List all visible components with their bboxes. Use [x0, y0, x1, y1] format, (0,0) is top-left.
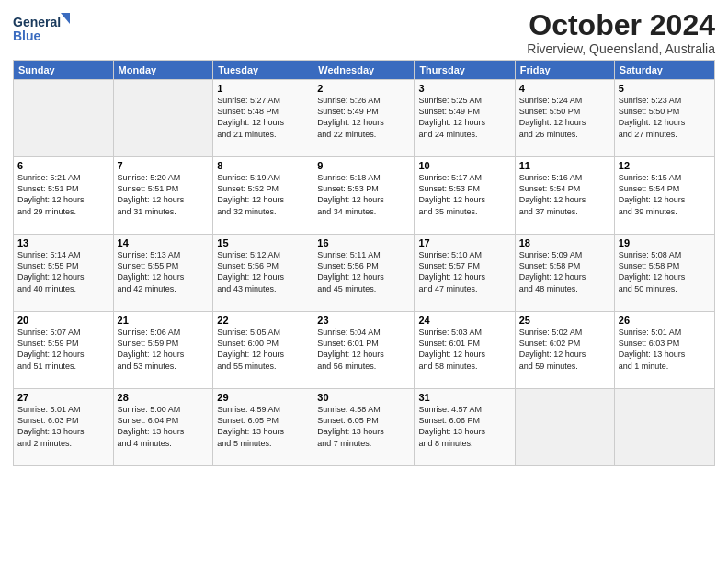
- calendar-week-2: 6Sunrise: 5:21 AM Sunset: 5:51 PM Daylig…: [14, 157, 715, 235]
- day-info: Sunrise: 5:11 AM Sunset: 5:56 PM Dayligh…: [317, 249, 410, 294]
- weekday-header-monday: Monday: [113, 61, 213, 80]
- day-number: 20: [17, 315, 109, 326]
- weekday-header-thursday: Thursday: [415, 61, 515, 80]
- calendar-cell: 16Sunrise: 5:11 AM Sunset: 5:56 PM Dayli…: [313, 235, 415, 312]
- day-info: Sunrise: 5:23 AM Sunset: 5:50 PM Dayligh…: [619, 95, 711, 140]
- day-info: Sunrise: 5:21 AM Sunset: 5:51 PM Dayligh…: [17, 172, 109, 217]
- day-info: Sunrise: 5:07 AM Sunset: 5:59 PM Dayligh…: [17, 327, 109, 372]
- day-number: 28: [118, 392, 210, 403]
- calendar-cell: 30Sunrise: 4:58 AM Sunset: 6:05 PM Dayli…: [313, 389, 415, 466]
- calendar-cell: 6Sunrise: 5:21 AM Sunset: 5:51 PM Daylig…: [14, 157, 114, 235]
- calendar-cell: 12Sunrise: 5:15 AM Sunset: 5:54 PM Dayli…: [614, 157, 714, 235]
- day-number: 23: [317, 315, 410, 326]
- calendar-cell: 14Sunrise: 5:13 AM Sunset: 5:55 PM Dayli…: [113, 235, 213, 312]
- calendar-cell: [14, 80, 114, 157]
- day-number: 24: [418, 315, 510, 326]
- day-info: Sunrise: 5:13 AM Sunset: 5:55 PM Dayligh…: [118, 249, 210, 294]
- weekday-header-saturday: Saturday: [614, 61, 714, 80]
- svg-marker-2: [61, 13, 70, 24]
- location-subtitle: Riverview, Queensland, Australia: [527, 41, 715, 56]
- day-info: Sunrise: 5:25 AM Sunset: 5:49 PM Dayligh…: [418, 95, 510, 140]
- calendar-cell: 10Sunrise: 5:17 AM Sunset: 5:53 PM Dayli…: [415, 157, 515, 235]
- day-info: Sunrise: 4:57 AM Sunset: 6:06 PM Dayligh…: [418, 404, 510, 449]
- day-number: 30: [317, 392, 410, 403]
- day-number: 12: [619, 160, 711, 171]
- calendar-week-1: 1Sunrise: 5:27 AM Sunset: 5:48 PM Daylig…: [14, 80, 715, 157]
- calendar-cell: 20Sunrise: 5:07 AM Sunset: 5:59 PM Dayli…: [14, 312, 114, 389]
- calendar-cell: 1Sunrise: 5:27 AM Sunset: 5:48 PM Daylig…: [213, 80, 313, 157]
- day-number: 4: [519, 83, 610, 94]
- day-number: 16: [317, 237, 410, 248]
- day-info: Sunrise: 5:04 AM Sunset: 6:01 PM Dayligh…: [317, 327, 410, 372]
- header: GeneralBlue October 2024 Riverview, Quee…: [13, 9, 715, 56]
- svg-text:Blue: Blue: [13, 29, 41, 43]
- calendar-cell: 13Sunrise: 5:14 AM Sunset: 5:55 PM Dayli…: [14, 235, 114, 312]
- day-number: 18: [519, 237, 610, 248]
- weekday-header-row: SundayMondayTuesdayWednesdayThursdayFrid…: [14, 61, 715, 80]
- day-info: Sunrise: 5:03 AM Sunset: 6:01 PM Dayligh…: [418, 327, 510, 372]
- day-number: 31: [418, 392, 510, 403]
- day-number: 25: [519, 315, 610, 326]
- calendar-cell: 8Sunrise: 5:19 AM Sunset: 5:52 PM Daylig…: [213, 157, 313, 235]
- calendar-cell: 11Sunrise: 5:16 AM Sunset: 5:54 PM Dayli…: [515, 157, 614, 235]
- calendar-cell: [113, 80, 213, 157]
- day-number: 15: [217, 237, 309, 248]
- title-block: October 2024 Riverview, Queensland, Aust…: [527, 9, 715, 56]
- calendar-cell: 28Sunrise: 5:00 AM Sunset: 6:04 PM Dayli…: [113, 389, 213, 466]
- day-info: Sunrise: 5:01 AM Sunset: 6:03 PM Dayligh…: [619, 327, 711, 372]
- calendar-cell: [515, 389, 614, 466]
- day-number: 8: [217, 160, 309, 171]
- day-info: Sunrise: 5:14 AM Sunset: 5:55 PM Dayligh…: [17, 249, 109, 294]
- logo: GeneralBlue: [13, 13, 79, 45]
- calendar-cell: 27Sunrise: 5:01 AM Sunset: 6:03 PM Dayli…: [14, 389, 114, 466]
- calendar-cell: 24Sunrise: 5:03 AM Sunset: 6:01 PM Dayli…: [415, 312, 515, 389]
- calendar-cell: 29Sunrise: 4:59 AM Sunset: 6:05 PM Dayli…: [213, 389, 313, 466]
- calendar-cell: 5Sunrise: 5:23 AM Sunset: 5:50 PM Daylig…: [614, 80, 714, 157]
- day-info: Sunrise: 5:18 AM Sunset: 5:53 PM Dayligh…: [317, 172, 410, 217]
- day-info: Sunrise: 5:08 AM Sunset: 5:58 PM Dayligh…: [619, 249, 711, 294]
- calendar-cell: 19Sunrise: 5:08 AM Sunset: 5:58 PM Dayli…: [614, 235, 714, 312]
- day-number: 27: [17, 392, 109, 403]
- day-info: Sunrise: 5:20 AM Sunset: 5:51 PM Dayligh…: [118, 172, 210, 217]
- day-number: 9: [317, 160, 410, 171]
- day-number: 3: [418, 83, 510, 94]
- day-info: Sunrise: 5:09 AM Sunset: 5:58 PM Dayligh…: [519, 249, 610, 294]
- calendar-week-4: 20Sunrise: 5:07 AM Sunset: 5:59 PM Dayli…: [14, 312, 715, 389]
- weekday-header-friday: Friday: [515, 61, 614, 80]
- month-title: October 2024: [527, 9, 715, 41]
- calendar-cell: 7Sunrise: 5:20 AM Sunset: 5:51 PM Daylig…: [113, 157, 213, 235]
- calendar-cell: 17Sunrise: 5:10 AM Sunset: 5:57 PM Dayli…: [415, 235, 515, 312]
- day-number: 29: [217, 392, 309, 403]
- day-number: 21: [118, 315, 210, 326]
- day-number: 5: [619, 83, 711, 94]
- logo-icon: GeneralBlue: [13, 13, 77, 45]
- day-number: 6: [17, 160, 109, 171]
- day-info: Sunrise: 5:27 AM Sunset: 5:48 PM Dayligh…: [217, 95, 309, 140]
- day-info: Sunrise: 5:06 AM Sunset: 5:59 PM Dayligh…: [118, 327, 210, 372]
- calendar-cell: 26Sunrise: 5:01 AM Sunset: 6:03 PM Dayli…: [614, 312, 714, 389]
- calendar-cell: 4Sunrise: 5:24 AM Sunset: 5:50 PM Daylig…: [515, 80, 614, 157]
- calendar-cell: 21Sunrise: 5:06 AM Sunset: 5:59 PM Dayli…: [113, 312, 213, 389]
- calendar-cell: [614, 389, 714, 466]
- day-number: 7: [118, 160, 210, 171]
- calendar-cell: 18Sunrise: 5:09 AM Sunset: 5:58 PM Dayli…: [515, 235, 614, 312]
- day-info: Sunrise: 5:24 AM Sunset: 5:50 PM Dayligh…: [519, 95, 610, 140]
- calendar-cell: 3Sunrise: 5:25 AM Sunset: 5:49 PM Daylig…: [415, 80, 515, 157]
- day-number: 22: [217, 315, 309, 326]
- day-info: Sunrise: 5:00 AM Sunset: 6:04 PM Dayligh…: [118, 404, 210, 449]
- weekday-header-wednesday: Wednesday: [313, 61, 415, 80]
- calendar-cell: 31Sunrise: 4:57 AM Sunset: 6:06 PM Dayli…: [415, 389, 515, 466]
- day-info: Sunrise: 4:58 AM Sunset: 6:05 PM Dayligh…: [317, 404, 410, 449]
- day-info: Sunrise: 5:01 AM Sunset: 6:03 PM Dayligh…: [17, 404, 109, 449]
- weekday-header-sunday: Sunday: [14, 61, 114, 80]
- day-info: Sunrise: 5:16 AM Sunset: 5:54 PM Dayligh…: [519, 172, 610, 217]
- calendar-cell: 9Sunrise: 5:18 AM Sunset: 5:53 PM Daylig…: [313, 157, 415, 235]
- calendar-cell: 23Sunrise: 5:04 AM Sunset: 6:01 PM Dayli…: [313, 312, 415, 389]
- day-info: Sunrise: 5:12 AM Sunset: 5:56 PM Dayligh…: [217, 249, 309, 294]
- weekday-header-tuesday: Tuesday: [213, 61, 313, 80]
- day-number: 13: [17, 237, 109, 248]
- day-number: 26: [619, 315, 711, 326]
- day-info: Sunrise: 5:05 AM Sunset: 6:00 PM Dayligh…: [217, 327, 309, 372]
- day-info: Sunrise: 5:26 AM Sunset: 5:49 PM Dayligh…: [317, 95, 410, 140]
- day-number: 10: [418, 160, 510, 171]
